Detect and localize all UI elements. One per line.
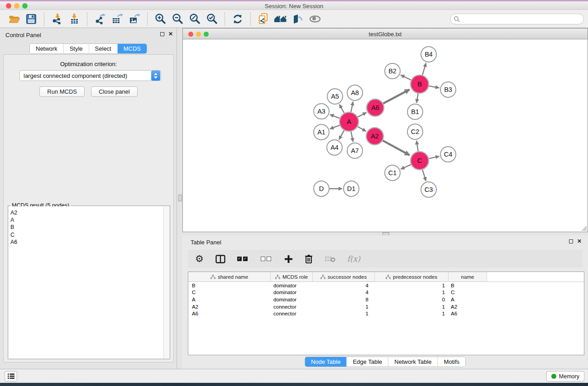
vertical-splitter-handle[interactable] [178, 195, 182, 201]
search-field[interactable] [450, 14, 584, 24]
split-panel-button[interactable] [215, 253, 225, 265]
tab-select[interactable]: Select [89, 44, 118, 53]
graph-node-B3[interactable]: B3 [440, 82, 456, 97]
graph-node-C4[interactable]: C4 [440, 147, 456, 162]
table-row[interactable]: Bdominator41B [188, 282, 584, 289]
close-table-panel-icon[interactable]: ✕ [577, 239, 582, 243]
edge-B-B4[interactable] [422, 63, 426, 76]
table-row[interactable]: Adominator80A [188, 296, 584, 303]
graph-node-A7[interactable]: A7 [347, 143, 363, 158]
graph-node-B2[interactable]: B2 [385, 63, 400, 79]
mcds-result-list[interactable]: A2ABCA6 [9, 206, 163, 358]
import-network-button[interactable] [48, 12, 66, 26]
run-mcds-button[interactable]: Run MCDS [39, 86, 85, 97]
graph-node-A2[interactable]: A2 [366, 128, 383, 145]
edge-C-C1[interactable] [401, 164, 411, 169]
task-history-button[interactable] [5, 371, 17, 381]
mcds-result-item[interactable]: A2 [10, 209, 163, 216]
edge-A-A7[interactable] [351, 131, 353, 142]
zoom-fit-button[interactable] [186, 12, 203, 26]
zoom-out-button[interactable] [169, 12, 186, 26]
tab-network[interactable]: Network [30, 44, 64, 53]
deselect-all-columns-button[interactable] [261, 253, 272, 265]
table-row[interactable]: Cdominator41C [188, 289, 584, 296]
graph-node-A6[interactable]: A6 [367, 99, 384, 116]
search-input[interactable] [460, 15, 583, 23]
graph-node-B1[interactable]: B1 [407, 104, 423, 119]
refresh-layout-button[interactable] [229, 12, 246, 26]
add-column-button[interactable] [284, 253, 293, 265]
table-tab-node-table[interactable]: Node Table [305, 357, 347, 367]
export-table-button[interactable] [109, 12, 126, 26]
edge-A-A6[interactable] [357, 112, 367, 117]
network-canvas[interactable]: B4B2BB3A5A8A6A3B1AA1C2A2A4A7CC4C1C3DD1 [183, 39, 588, 232]
select-all-columns-button[interactable] [237, 253, 249, 265]
table-row[interactable]: A2connector11A2 [188, 303, 584, 310]
delete-table-button[interactable] [325, 253, 335, 265]
float-table-panel-icon[interactable] [569, 239, 573, 243]
zoom-in-button[interactable] [152, 12, 169, 26]
column-header-predecessor-nodes[interactable]: predecessor nodes [375, 272, 449, 281]
mcds-result-item[interactable]: A6 [10, 238, 163, 246]
edge-B-B3[interactable] [428, 86, 440, 88]
delete-columns-button[interactable] [305, 253, 313, 265]
tab-style[interactable]: Style [64, 44, 89, 53]
mcds-result-item[interactable]: B [10, 224, 163, 231]
table-tab-edge-table[interactable]: Edge Table [347, 357, 388, 367]
home-button[interactable] [272, 12, 289, 26]
edge-A-A8[interactable] [351, 102, 353, 113]
open-file-button[interactable] [5, 12, 23, 26]
graph-node-A3[interactable]: A3 [314, 104, 329, 119]
close-panel-button[interactable]: Close panel [91, 86, 138, 97]
column-header-shared-name[interactable]: shared name [188, 272, 271, 281]
graph-node-C3[interactable]: C3 [421, 182, 436, 197]
edge-A-A4[interactable] [339, 129, 344, 139]
save-session-button[interactable] [23, 12, 40, 26]
mcds-result-item[interactable]: A [10, 216, 163, 224]
edge-C-C4[interactable] [428, 156, 440, 159]
table-tab-network-table[interactable]: Network Table [388, 357, 438, 367]
graph-node-B[interactable]: B [411, 75, 429, 93]
graph-node-A5[interactable]: A5 [327, 89, 343, 104]
show-hide-button[interactable] [306, 12, 324, 26]
graph-node-D1[interactable]: D1 [344, 181, 359, 196]
edge-A-A5[interactable] [339, 104, 345, 114]
edge-C-C2[interactable] [416, 141, 418, 152]
edge-A-A2[interactable] [357, 126, 366, 131]
edge-A-A3[interactable] [330, 114, 341, 119]
graph-node-C1[interactable]: C1 [385, 165, 400, 181]
export-network-button[interactable] [91, 12, 109, 26]
edge-A-A1[interactable] [330, 125, 341, 129]
tab-mcds[interactable]: MCDS [118, 44, 147, 53]
table-settings-button[interactable]: ⚙ [195, 253, 204, 265]
export-image-button[interactable] [126, 12, 143, 26]
graph-node-C2[interactable]: C2 [407, 124, 423, 139]
edge-A6-B[interactable] [382, 90, 410, 104]
column-header-mcds-role[interactable]: MCDS role [271, 272, 313, 281]
zoom-selected-button[interactable] [203, 12, 220, 26]
mcds-result-item[interactable]: C [10, 231, 163, 238]
graph-node-C[interactable]: C [411, 152, 429, 170]
function-builder-button[interactable]: f(x) [347, 253, 360, 265]
optimization-criterion-dropdown[interactable]: largest connected component (directed) [19, 70, 161, 81]
graph-node-A[interactable]: A [339, 112, 359, 131]
edge-B-B2[interactable] [401, 75, 412, 81]
graph-node-B4[interactable]: B4 [421, 47, 436, 62]
table-tab-motifs[interactable]: Motifs [438, 357, 465, 367]
float-panel-icon[interactable] [160, 32, 164, 36]
import-table-button[interactable] [66, 12, 83, 26]
toggle-graphics-details-button[interactable] [289, 12, 306, 26]
graph-node-A8[interactable]: A8 [347, 85, 363, 100]
graph-node-A1[interactable]: A1 [314, 124, 329, 140]
graph-node-A4[interactable]: A4 [327, 140, 342, 155]
column-header-successor-nodes[interactable]: successor nodes [313, 272, 375, 281]
graph-node-D[interactable]: D [314, 181, 329, 196]
network-from-file-button[interactable] [255, 12, 272, 26]
result-list-scrollbar[interactable] [163, 206, 169, 358]
edge-B-B1[interactable] [416, 93, 418, 103]
edge-C-C3[interactable] [422, 169, 426, 181]
memory-button[interactable]: Memory [546, 371, 584, 381]
column-header-name[interactable]: name [449, 272, 487, 281]
edge-A2-C[interactable] [382, 140, 410, 155]
network-window-titlebar[interactable]: testGlobe.txt [183, 29, 588, 39]
